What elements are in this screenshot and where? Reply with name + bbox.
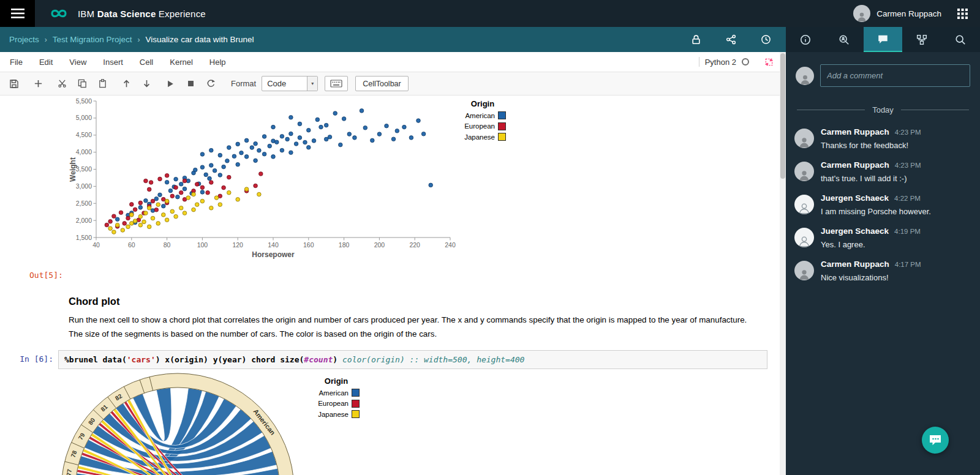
stop-kernel-button[interactable] [184, 78, 197, 90]
svg-text:160: 160 [303, 241, 314, 249]
tab-search[interactable] [941, 27, 980, 52]
comment-list: Carmen Ruppach 4:23 PM Thanks for the fe… [786, 118, 980, 283]
comment-time: 4:23 PM [895, 129, 921, 136]
tab-find-collaborators[interactable] [824, 27, 863, 52]
find-person-icon [839, 34, 850, 45]
tab-versions[interactable] [902, 27, 941, 52]
move-cell-up-button[interactable] [120, 78, 132, 90]
markdown-paragraph: Run the next cell to show a chord plot t… [69, 313, 760, 341]
scrollbar-thumb[interactable] [780, 53, 785, 179]
comment-text: Thanks for the feedback! [821, 141, 921, 150]
chord-legend: OriginAmericanEuropeanJapanese [313, 376, 360, 421]
tab-info[interactable] [786, 27, 824, 52]
comment-item[interactable]: Carmen Ruppach 4:17 PM Nice visualizatio… [786, 250, 980, 283]
svg-text:120: 120 [232, 241, 243, 249]
kernel-busy-indicator-icon[interactable] [764, 58, 774, 67]
comment-text: I am missing Porsche however. [821, 207, 931, 216]
comment-item[interactable]: Juergen Schaeck 4:22 PM I am missing Por… [786, 184, 980, 217]
comment-author: Juergen Schaeck [821, 226, 889, 236]
svg-text:5,000: 5,000 [76, 114, 92, 121]
user-name[interactable]: Carmen Ruppach [876, 9, 941, 18]
legend-title: Origin [459, 99, 506, 108]
markdown-cell: Chord plot Run the next cell to show a c… [69, 296, 780, 341]
legend-swatch [498, 133, 506, 141]
menu-edit[interactable]: Edit [39, 58, 53, 67]
comment-item[interactable]: Carmen Ruppach 4:23 PM that's true. I wi… [786, 151, 980, 184]
tab-comments[interactable] [864, 27, 902, 52]
restart-kernel-button[interactable] [205, 78, 217, 90]
kernel-name: Python 2 [705, 58, 736, 67]
apps-grid-icon[interactable] [957, 9, 968, 19]
paste-cell-button[interactable] [96, 78, 108, 90]
cell-type-value: Code [262, 79, 307, 88]
chord-plot: 777879808182American [58, 372, 303, 475]
current-user-avatar [796, 67, 814, 85]
hamburger-menu-button[interactable] [0, 0, 35, 27]
svg-text:240: 240 [445, 241, 456, 249]
run-cell-button[interactable] [164, 78, 176, 90]
chevron-down-icon: ▾ [307, 77, 317, 91]
copy-cell-button[interactable] [76, 78, 88, 90]
code-token: ) x(origin) y(year) chord size( [156, 355, 304, 364]
command-palette-button[interactable] [325, 76, 348, 91]
comment-avatar [794, 129, 814, 148]
comment-time: 4:17 PM [895, 261, 921, 268]
notebook-toolbar: Format Code ▾ CellToolbar [0, 72, 780, 95]
svg-text:60: 60 [128, 241, 135, 249]
celltoolbar-button[interactable]: CellToolbar [355, 76, 409, 91]
legend-swatch [352, 400, 360, 408]
breadcrumb-separator: › [45, 36, 47, 44]
history-clock-icon[interactable] [761, 34, 771, 45]
infinity-logo-icon [46, 7, 72, 20]
legend-swatch [498, 111, 506, 119]
menu-insert[interactable]: Insert [103, 58, 123, 67]
menu-help[interactable]: Help [209, 58, 226, 67]
copy-icon [78, 79, 87, 88]
svg-text:140: 140 [268, 241, 279, 249]
breadcrumb-projects[interactable]: Projects [9, 35, 39, 44]
svg-text:200: 200 [374, 241, 385, 249]
svg-text:100: 100 [197, 241, 208, 249]
keyboard-icon [330, 79, 342, 88]
move-cell-down-button[interactable] [140, 78, 153, 90]
menu-list: FileEditViewInsertCellKernelHelp [10, 58, 226, 67]
comment-item[interactable]: Carmen Ruppach 4:23 PM Thanks for the fe… [786, 118, 980, 151]
versions-icon [916, 34, 927, 45]
cell-type-select[interactable]: Code ▾ [262, 76, 318, 91]
brand-title: IBM Data Science Experience [78, 9, 206, 19]
legend-swatch [352, 389, 360, 397]
legend-entry: European [459, 122, 506, 130]
add-comment-input[interactable] [820, 64, 970, 87]
hamburger-icon [11, 9, 24, 18]
add-cell-button[interactable] [32, 78, 44, 90]
legend-entry: Japanese [313, 410, 360, 418]
paste-icon [98, 79, 107, 88]
scatter-output-cell: 1,5002,0002,5003,0003,5004,0004,5005,000… [67, 98, 545, 262]
lock-icon[interactable] [691, 34, 701, 45]
menu-cell[interactable]: Cell [140, 58, 153, 67]
comment-author: Carmen Ruppach [821, 160, 889, 170]
comment-text: Yes. I agree. [821, 240, 921, 249]
svg-text:Horsepower: Horsepower [252, 250, 295, 259]
divider-label: Today [872, 105, 894, 114]
chat-fab-button[interactable] [922, 427, 949, 454]
share-icon[interactable] [726, 34, 736, 45]
comment-avatar [794, 195, 814, 214]
code-input[interactable]: %brunel data('cars') x(origin) y(year) c… [58, 350, 767, 369]
comment-time: 4:23 PM [895, 162, 921, 169]
user-avatar[interactable] [853, 5, 870, 22]
save-button[interactable] [8, 78, 20, 90]
menu-file[interactable]: File [10, 58, 23, 67]
cut-cell-button[interactable] [56, 78, 68, 90]
menubar-divider [699, 57, 699, 67]
menu-view[interactable]: View [69, 58, 86, 67]
in-prompt: In [6]: [0, 350, 58, 369]
dsx-logo[interactable] [46, 7, 72, 20]
breadcrumb-project[interactable]: Test Migration Project [53, 35, 132, 44]
comment-avatar [794, 162, 814, 181]
code-cell[interactable]: In [6]: %brunel data('cars') x(origin) y… [0, 350, 780, 369]
comment-item[interactable]: Juergen Schaeck 4:19 PM Yes. I agree. [786, 217, 980, 250]
svg-text:40: 40 [92, 241, 100, 249]
menu-kernel[interactable]: Kernel [170, 58, 193, 67]
comment-author: Juergen Schaeck [821, 193, 889, 203]
